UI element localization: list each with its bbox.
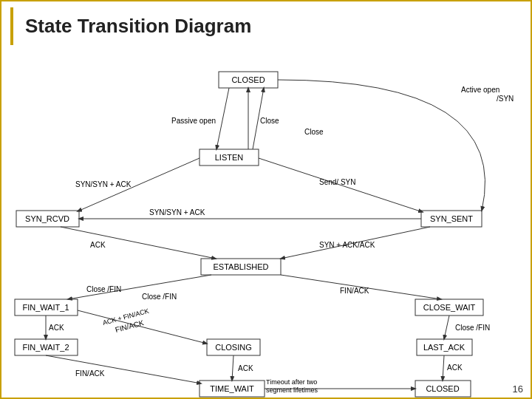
syn-syn-ack-left-label: SYN/SYN + ACK (149, 208, 205, 216)
time-wait-label: TIME_WAIT (210, 384, 254, 393)
closed-top-label: CLOSED (231, 75, 265, 84)
ack-left-label: ACK (90, 241, 106, 249)
svg-line-23 (232, 355, 233, 381)
closing-label: CLOSING (215, 343, 252, 352)
syn-sent-label: SYN_SENT (430, 214, 473, 223)
diagram-area: CLOSED LISTEN SYN_RCVD SYN_SENT ESTABLIS… (1, 42, 532, 397)
close-wait-label: CLOSE_WAIT (423, 303, 476, 312)
close-fin2-label: Close /FIN (142, 293, 177, 301)
page-container: State Transition Diagram CLOSED LISTEN S… (0, 0, 532, 399)
closed-bottom-label: CLOSED (426, 384, 459, 393)
state-diagram-svg: CLOSED LISTEN SYN_RCVD SYN_SENT ESTABLIS… (1, 42, 532, 397)
ack-finwait-label: ACK (49, 324, 64, 332)
page-number: 16 (513, 383, 523, 395)
syn-label: /SYN (497, 95, 514, 103)
page-title: State Transition Diagram (10, 7, 522, 45)
fin-ack3-label: FIN/ACK (75, 369, 105, 378)
established-label: ESTABLISHED (214, 262, 269, 271)
ack-closing-label: ACK (238, 364, 253, 372)
svg-line-24 (46, 355, 201, 383)
timeout-label2: segment lifetimes (266, 386, 318, 394)
active-open-label: Active open (461, 86, 499, 94)
timeout-label: Timeout after two (266, 378, 317, 386)
passive-open-label: Passive open (171, 117, 216, 125)
fin-wait-2-label: FIN_WAIT_2 (22, 343, 69, 352)
fin-ack1-label: FIN/ACK (340, 287, 369, 295)
last-ack-label: LAST_ACK (423, 343, 466, 352)
syn-rcvd-label: SYN_RCVD (25, 214, 69, 223)
send-syn-label: Send/ SYN (319, 178, 355, 186)
syn-ack-ack-label: SYN + ACK/ACK (319, 241, 375, 249)
close-fin3-label: Close /FIN (455, 324, 490, 332)
ack-last-label: ACK (447, 364, 463, 372)
syn-syn-ack-right-label: SYN/SYN + ACK (75, 180, 132, 188)
listen-label: LISTEN (215, 153, 244, 162)
svg-line-26 (444, 316, 449, 339)
close-label: Close (260, 117, 279, 125)
svg-line-12 (216, 88, 229, 149)
svg-line-17 (61, 227, 216, 259)
fin-wait-1-label: FIN_WAIT_1 (22, 303, 69, 312)
close-fin1-label: Close /FIN (86, 285, 121, 293)
close2-label: Close (304, 128, 324, 136)
svg-line-25 (443, 355, 444, 381)
